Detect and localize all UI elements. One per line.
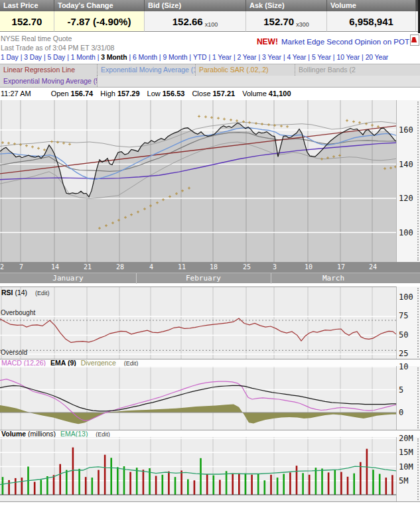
rsi-title-params: (14) xyxy=(15,288,27,296)
oversold-label: Oversold xyxy=(1,349,27,356)
exchange-info: NYSE Real time Quote xyxy=(1,34,72,42)
macd-header-strip: MACD (12,26) EMA (9) Divergence (Edit) xyxy=(0,359,420,366)
ohlc-close-label: Close xyxy=(192,90,210,97)
axis-dotted-edge xyxy=(417,367,419,428)
x-axis-month-band: JanuaryFebruaryMarch xyxy=(0,273,420,283)
y-axis-label-120: 120 xyxy=(399,194,413,203)
nav-separator: | xyxy=(258,54,260,61)
nav-separator: | xyxy=(208,54,210,61)
ask-price: 152.70 xyxy=(263,16,294,27)
rsi-title-bold: RSI xyxy=(1,288,13,296)
range-1-month[interactable]: 1 Month xyxy=(71,54,96,61)
range-1-year[interactable]: 1 Year xyxy=(212,54,232,61)
range-4-year[interactable]: 4 Year xyxy=(287,54,306,61)
quote-time: 11:27 AM xyxy=(1,90,31,97)
nav-separator: | xyxy=(21,54,23,61)
ohlc-volume-label: Volume xyxy=(242,90,267,97)
market-edge-link[interactable]: Market Edge Second Opinion on POT xyxy=(281,38,409,46)
nav-separator: | xyxy=(129,54,131,61)
legend-exponential-moving-average-50: Exponential Moving Average (50) xyxy=(0,76,98,87)
main-price-chart xyxy=(0,100,396,262)
day-tick-24: 24 xyxy=(368,263,378,271)
range-3-month[interactable]: 3 Month xyxy=(101,54,127,61)
rsi-chart-svg xyxy=(0,287,396,359)
y-axis-label-160: 160 xyxy=(399,125,413,135)
y-axis-label-10m: 10M xyxy=(399,462,413,472)
macd-y-axis xyxy=(396,366,420,430)
month-label-march: March xyxy=(271,274,396,283)
day-tick-14: 14 xyxy=(50,263,60,271)
range-5-day[interactable]: 5 Day xyxy=(48,54,66,61)
ohlc-open-value: 156.74 xyxy=(71,90,94,97)
y-axis-label-0: 0 xyxy=(399,408,403,417)
nav-separator: | xyxy=(283,54,285,61)
y-axis-label-20m: 20M xyxy=(399,434,413,443)
bid-size: x100 xyxy=(205,21,218,28)
nav-separator: | xyxy=(44,54,46,61)
nav-separator: | xyxy=(98,54,100,61)
volume-header-strip: Volume (millions) EMA(13) (Edit) xyxy=(0,430,420,437)
indicator-legend-row-2: Exponential Moving Average (50) xyxy=(0,76,420,88)
macd-chart-svg xyxy=(0,366,396,430)
day-tick-17: 17 xyxy=(336,263,346,271)
ohlc-low-value: 156.53 xyxy=(163,90,185,97)
range-1-day[interactable]: 1 Day xyxy=(1,54,19,61)
ohlc-open-label: Open xyxy=(51,90,69,97)
day-tick-21: 21 xyxy=(83,263,92,271)
legend-linear-regression-line: Linear Regression Line xyxy=(0,64,98,76)
month-label-february: February xyxy=(136,274,271,283)
range-ytd[interactable]: YTD xyxy=(193,54,206,61)
range-10-year[interactable]: 10 Year xyxy=(336,54,360,61)
day-tick-11: 11 xyxy=(177,263,186,271)
y-axis-label-50: 50 xyxy=(399,330,408,340)
day-tick-25: 25 xyxy=(242,263,251,271)
range-3-year[interactable]: 3 Year xyxy=(262,54,281,61)
volume-header: Volume xyxy=(327,0,416,11)
y-axis-label-25: 25 xyxy=(399,349,408,358)
range-20-year[interactable]: 20 Year xyxy=(366,54,389,61)
y-axis-label-10: 10 xyxy=(399,362,408,371)
new-badge: NEW! xyxy=(257,37,278,46)
nav-separator: | xyxy=(362,54,364,61)
day-tick-3: 3 xyxy=(270,263,279,271)
volume-value: 6,958,941 xyxy=(327,11,416,32)
range-3-day[interactable]: 3 Day xyxy=(24,54,42,61)
rsi-title: RSI (14) (Edit) xyxy=(1,288,50,296)
rsi-edit-link[interactable]: (Edit) xyxy=(35,290,50,296)
day-tick-10: 10 xyxy=(304,263,313,271)
volume-panel xyxy=(0,437,396,501)
bid-price: 152.66 xyxy=(173,16,203,27)
range-5-year[interactable]: 5 Year xyxy=(312,54,331,61)
axis-dotted-edge xyxy=(417,288,419,357)
day-tick-28: 28 xyxy=(115,263,125,271)
ohlc-high-value: 157.29 xyxy=(117,90,140,97)
legend-parabolic-sar-02-2: Parabolic SAR (.02,.2) xyxy=(196,64,295,76)
bid-value: 152.66x100 xyxy=(145,11,246,32)
nav-separator: | xyxy=(234,54,236,61)
day-tick-18: 18 xyxy=(209,263,218,271)
y-axis-label-100: 100 xyxy=(399,228,413,237)
page-bottom-divider xyxy=(0,501,420,502)
ohlc-low-label: Low xyxy=(147,90,161,97)
rsi-panel: RSI (14) (Edit) Overbought Oversold xyxy=(0,287,396,359)
todays-change-header: Today's Change xyxy=(54,0,145,11)
last-price-header: Last Price xyxy=(0,0,54,11)
ask-size: x300 xyxy=(296,21,309,28)
y-axis-label-75: 75 xyxy=(399,311,408,320)
legend-exponential-moving-average-13: Exponential Moving Average (13) xyxy=(98,64,196,76)
legend-bollinger-bands-2: Bollinger Bands (2 xyxy=(295,64,420,76)
time-range-nav: 1 Day|3 Day|5 Day|1 Month|3 Month|6 Mont… xyxy=(1,54,420,64)
range-6-month[interactable]: 6 Month xyxy=(133,54,157,61)
pdf-icon[interactable] xyxy=(410,34,419,46)
day-tick-2: 2 xyxy=(0,263,7,271)
y-axis-label-15m: 15M xyxy=(399,448,413,457)
range-9-month[interactable]: 9 Month xyxy=(163,54,187,61)
volume-chart-svg xyxy=(0,437,396,501)
range-2-year[interactable]: 2 Year xyxy=(238,54,257,61)
bid-size-header: Bid (Size) xyxy=(145,0,246,11)
nav-separator: | xyxy=(67,54,69,61)
axis-dotted-edge xyxy=(417,438,419,500)
promo-banner: NEW!Market Edge Second Opinion on POT xyxy=(257,37,409,46)
quote-value-row: 152.70 -7.87 (-4.90%) 152.66x100 152.70x… xyxy=(0,11,420,32)
last-trade-info: Last Trade as of 3:04 PM ET 3/31/08 xyxy=(1,44,114,52)
